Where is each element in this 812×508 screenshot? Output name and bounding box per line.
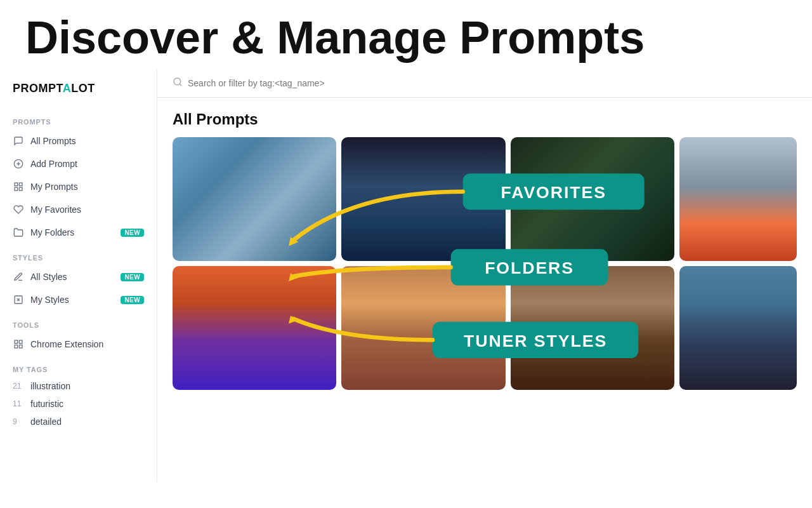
search-bar bbox=[157, 69, 812, 98]
tag-row-illustration[interactable]: 21 illustration bbox=[0, 377, 157, 395]
chrome-icon bbox=[13, 338, 24, 350]
sidebar-label-all-styles: All Styles bbox=[30, 272, 114, 282]
tag-count-detailed: 9 bbox=[13, 417, 24, 426]
sidebar: PROMPTALOT PROMPTS All Prompts Add Promp… bbox=[0, 69, 157, 482]
pen-icon bbox=[13, 271, 24, 283]
sidebar-item-chrome-extension[interactable]: Chrome Extension bbox=[0, 333, 157, 356]
content-area: All Prompts F bbox=[157, 69, 812, 482]
right-column bbox=[679, 137, 797, 390]
sidebar-label-add-prompt: Add Prompt bbox=[30, 159, 144, 169]
sidebar-item-all-styles[interactable]: All Styles NEW bbox=[0, 265, 157, 288]
sidebar-logo[interactable]: PROMPTALOT bbox=[0, 82, 157, 108]
grid-cell-6[interactable] bbox=[341, 266, 505, 390]
main-layout: PROMPTALOT PROMPTS All Prompts Add Promp… bbox=[0, 69, 812, 482]
grid-cell-5[interactable] bbox=[173, 266, 336, 390]
tag-label-detailed: detailed bbox=[30, 417, 62, 427]
sidebar-label-all-prompts: All Prompts bbox=[30, 136, 144, 146]
tag-row-detailed[interactable]: 9 detailed bbox=[0, 413, 157, 431]
search-input[interactable] bbox=[188, 78, 797, 88]
sidebar-item-all-prompts[interactable]: All Prompts bbox=[0, 130, 157, 152]
svg-rect-4 bbox=[19, 183, 22, 186]
sidebar-item-my-folders[interactable]: My Folders NEW bbox=[0, 221, 157, 244]
sidebar-item-my-styles[interactable]: My Styles NEW bbox=[0, 288, 157, 311]
heart-icon bbox=[13, 204, 24, 215]
hero-heading: Discover & Manage Prompts bbox=[0, 0, 812, 69]
badge-new-all-styles: NEW bbox=[121, 273, 144, 281]
svg-rect-11 bbox=[19, 345, 22, 349]
sidebar-label-chrome-extension: Chrome Extension bbox=[30, 339, 144, 349]
grid-cell-3[interactable] bbox=[511, 137, 674, 261]
logo-text-part2: A bbox=[63, 82, 72, 95]
svg-rect-6 bbox=[19, 188, 22, 191]
search-icon bbox=[173, 77, 183, 90]
section-label-tools: TOOLS bbox=[0, 311, 157, 333]
svg-rect-10 bbox=[15, 345, 18, 349]
section-label-my-tags: MY TAGS bbox=[0, 356, 157, 377]
svg-line-13 bbox=[180, 84, 181, 86]
svg-rect-9 bbox=[19, 340, 22, 344]
badge-new-folders: NEW bbox=[121, 229, 144, 237]
grid-cell-8[interactable] bbox=[679, 266, 797, 390]
tag-label-futuristic: futuristic bbox=[30, 399, 63, 409]
logo-text-part3: LOT bbox=[71, 82, 95, 95]
tag-label-illustration: illustration bbox=[30, 381, 70, 391]
sidebar-label-my-folders: My Folders bbox=[30, 227, 114, 237]
svg-rect-5 bbox=[15, 188, 18, 191]
plus-circle-icon bbox=[13, 158, 24, 170]
chat-icon bbox=[13, 135, 24, 147]
sidebar-item-my-favorites[interactable]: My Favorites bbox=[0, 198, 157, 221]
sidebar-label-my-favorites: My Favorites bbox=[30, 204, 144, 215]
page-title: All Prompts bbox=[157, 98, 812, 137]
sidebar-item-my-prompts[interactable]: My Prompts bbox=[0, 175, 157, 198]
tag-row-futuristic[interactable]: 11 futuristic bbox=[0, 395, 157, 413]
section-label-styles: STYLES bbox=[0, 244, 157, 265]
section-label-prompts: PROMPTS bbox=[0, 108, 157, 130]
tag-count-illustration: 21 bbox=[13, 382, 24, 391]
tag-count-futuristic: 11 bbox=[13, 399, 24, 408]
badge-new-my-styles: NEW bbox=[121, 296, 144, 304]
sidebar-label-my-styles: My Styles bbox=[30, 295, 114, 305]
edit-icon bbox=[13, 294, 24, 305]
grid-icon bbox=[13, 181, 24, 192]
folder-icon bbox=[13, 227, 24, 238]
grid-cell-2[interactable] bbox=[341, 137, 505, 261]
svg-rect-3 bbox=[15, 183, 18, 186]
grid-cell-7[interactable] bbox=[511, 266, 674, 390]
svg-rect-8 bbox=[15, 340, 18, 344]
svg-point-12 bbox=[174, 78, 181, 85]
grid-cell-1[interactable] bbox=[173, 137, 336, 261]
image-grid bbox=[173, 137, 797, 390]
logo-text-part1: PROMPT bbox=[13, 82, 63, 95]
sidebar-item-add-prompt[interactable]: Add Prompt bbox=[0, 152, 157, 175]
sidebar-label-my-prompts: My Prompts bbox=[30, 182, 144, 192]
grid-cell-4[interactable] bbox=[679, 137, 797, 261]
